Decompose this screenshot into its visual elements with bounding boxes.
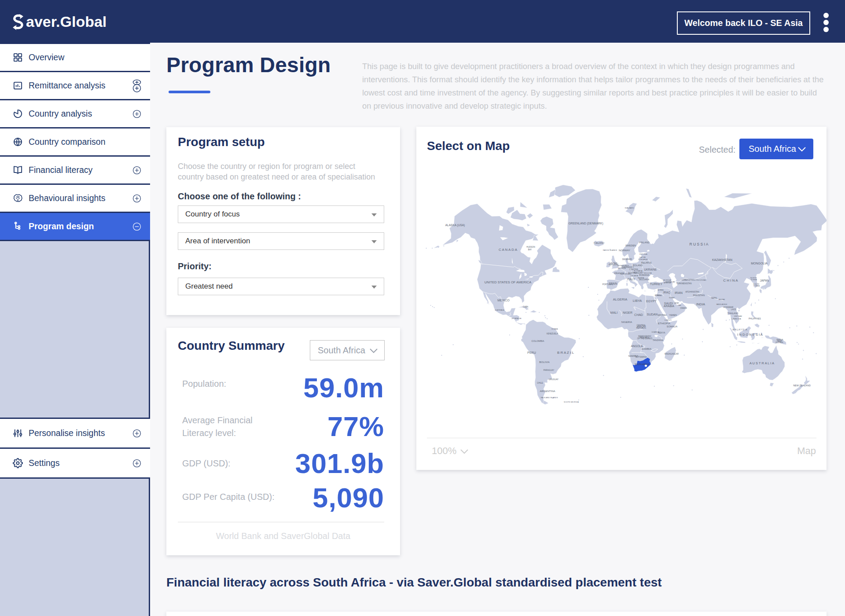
svg-text:PORTUGAL: PORTUGAL (603, 283, 614, 286)
svg-text:ETHIOPIA: ETHIOPIA (658, 322, 670, 325)
svg-text:M A L A Y S I A: M A L A Y S I A (733, 328, 748, 331)
svg-text:JAPAN: JAPAN (760, 279, 769, 282)
svg-text:NIGER: NIGER (623, 311, 632, 314)
svg-text:ERITREA: ERITREA (658, 314, 667, 316)
svg-text:CROATIA: CROATIA (630, 275, 638, 277)
svg-text:C H I N A: C H I N A (723, 279, 738, 282)
svg-text:QATAR: QATAR (674, 302, 679, 304)
svg-text:LAOS: LAOS (731, 308, 736, 311)
svg-text:AFGHANISTAN: AFGHANISTAN (685, 291, 699, 293)
svg-text:DENMARK: DENMARK (622, 258, 632, 260)
svg-text:A U S T R A L I A: A U S T R A L I A (749, 361, 774, 365)
svg-text:FALKLAND ISLANDS: FALKLAND ISLANDS (541, 396, 558, 399)
svg-text:IRAQ: IRAQ (663, 291, 670, 294)
svg-text:PHILIPPINES: PHILIPPINES (749, 318, 761, 320)
svg-text:CHAD: CHAD (634, 313, 643, 316)
svg-text:OMAN: OMAN (680, 307, 687, 309)
svg-text:AZERBAIJAN: AZERBAIJAN (665, 281, 675, 283)
svg-text:NIGERIA: NIGERIA (621, 321, 632, 323)
svg-text:ARABIA: ARABIA (664, 304, 675, 308)
svg-text:CAMBODIA: CAMBODIA (731, 318, 741, 320)
svg-text:SVALBARD: SVALBARD (625, 207, 634, 209)
svg-text:SWITZERLAND: SWITZERLAND (620, 273, 632, 275)
svg-text:CHILE: CHILE (537, 382, 543, 384)
svg-text:IRAN: IRAN (675, 291, 683, 295)
svg-text:MONGOLIA: MONGOLIA (751, 262, 768, 265)
svg-text:SUDAN: SUDAN (647, 313, 658, 316)
svg-text:BAY: BAY (528, 249, 532, 251)
svg-text:SOUTH GEORGIA: SOUTH GEORGIA (564, 401, 579, 403)
svg-text:BELARUS: BELARUS (641, 261, 652, 264)
svg-text:LIBYA: LIBYA (633, 299, 642, 303)
svg-text:NETHERLANDS: NETHERLANDS (617, 265, 629, 267)
svg-text:KUWAIT: KUWAIT (669, 297, 675, 299)
svg-text:SYRIA: SYRIA (658, 289, 664, 291)
svg-text:COLOMBIA: COLOMBIA (531, 340, 544, 342)
svg-text:B R A Z I L: B R A Z I L (557, 351, 574, 355)
svg-text:ALASKA (USA): ALASKA (USA) (445, 224, 465, 227)
svg-text:SOMALIA: SOMALIA (667, 325, 678, 328)
svg-text:FAROE ISLANDS: FAROE ISLANDS (603, 249, 617, 251)
svg-text:BANGLADESH: BANGLADESH (716, 304, 727, 305)
svg-text:VIETNAM: VIETNAM (734, 315, 742, 317)
svg-text:PERU: PERU (527, 351, 536, 354)
svg-text:KYRGYZSTAN: KYRGYZSTAN (694, 279, 706, 281)
svg-text:GUYANA: GUYANA (551, 328, 558, 330)
svg-text:THAILAND: THAILAND (727, 312, 738, 315)
svg-text:UGANDA: UGANDA (651, 331, 659, 333)
svg-text:HUDSON: HUDSON (526, 246, 535, 248)
svg-text:REPUBLIC: REPUBLIC (636, 327, 647, 329)
svg-text:GREENLAND (DENMARK): GREENLAND (DENMARK) (568, 222, 603, 225)
svg-text:UAE: UAE (678, 304, 681, 306)
svg-text:KOREA: KOREA (751, 279, 757, 281)
svg-text:CZECHIA: CZECHIA (629, 268, 638, 271)
svg-text:SOUTH AFRICA: SOUTH AFRICA (635, 363, 649, 366)
svg-text:KAZAKHSTAN: KAZAKHSTAN (712, 258, 732, 261)
svg-text:FINLAND: FINLAND (639, 241, 650, 244)
svg-text:PARAGUAY: PARAGUAY (544, 369, 554, 371)
svg-text:ZAMBIA: ZAMBIA (642, 348, 651, 350)
svg-text:NEW ZEALAND: NEW ZEALAND (793, 384, 811, 387)
svg-text:EGYPT: EGYPT (646, 300, 657, 303)
svg-text:R U S S I A: R U S S I A (690, 242, 709, 246)
svg-text:SERBIA: SERBIA (638, 277, 644, 279)
svg-text:KOREA: KOREA (753, 285, 760, 287)
svg-text:GUINEA: GUINEA (775, 341, 783, 344)
svg-text:I N D O N E S I A: I N D O N E S I A (737, 333, 763, 337)
svg-text:TURKEY: TURKEY (650, 282, 663, 286)
svg-text:TANZANIA: TANZANIA (653, 339, 664, 341)
svg-text:ALGERIA: ALGERIA (613, 297, 628, 301)
svg-text:YEMEN: YEMEN (669, 314, 677, 316)
svg-text:OF THE CONGO: OF THE CONGO (637, 337, 653, 340)
svg-text:GUATEMALA: GUATEMALA (495, 309, 504, 311)
svg-text:UKRAINE: UKRAINE (644, 268, 658, 271)
svg-text:DJIBOUTI: DJIBOUTI (665, 319, 672, 321)
svg-text:SWEDEN: SWEDEN (625, 244, 636, 247)
svg-text:C A N A D A: C A N A D A (499, 248, 518, 252)
svg-text:MADAGASCAR: MADAGASCAR (665, 353, 679, 355)
svg-text:NEPAL: NEPAL (711, 297, 718, 299)
svg-text:ARGENTINA: ARGENTINA (540, 390, 555, 392)
svg-text:ITALY: ITALY (627, 278, 636, 281)
svg-text:BHUTAN: BHUTAN (719, 299, 725, 301)
svg-text:INDIA: INDIA (696, 302, 705, 306)
svg-text:MOLDOVA: MOLDOVA (644, 272, 652, 274)
svg-text:ICELAND: ICELAND (594, 242, 604, 244)
svg-text:ESTONIA: ESTONIA (639, 253, 647, 255)
svg-text:MALI: MALI (610, 311, 617, 314)
svg-text:KINGDOM: KINGDOM (609, 264, 618, 266)
svg-text:CUBA: CUBA (523, 306, 529, 308)
svg-text:URUGUAY: URUGUAY (549, 378, 558, 381)
svg-text:NICARAGUA: NICARAGUA (512, 318, 522, 319)
svg-text:NORWAY: NORWAY (619, 249, 630, 252)
svg-text:VENEZUELA: VENEZUELA (547, 333, 558, 335)
svg-text:UZBEKISTAN: UZBEKISTAN (682, 279, 694, 281)
svg-text:ISRAEL: ISRAEL (655, 294, 661, 296)
svg-text:LITHUANIA: LITHUANIA (639, 258, 648, 260)
svg-text:LATVIA: LATVIA (639, 256, 646, 258)
svg-text:BOTSWANA: BOTSWANA (636, 356, 647, 358)
svg-text:PAKISTAN: PAKISTAN (693, 294, 705, 297)
svg-text:TURKMENISTAN: TURKMENISTAN (676, 282, 691, 285)
svg-text:BOLIVIA: BOLIVIA (539, 361, 549, 363)
svg-text:POLAND: POLAND (633, 264, 643, 267)
